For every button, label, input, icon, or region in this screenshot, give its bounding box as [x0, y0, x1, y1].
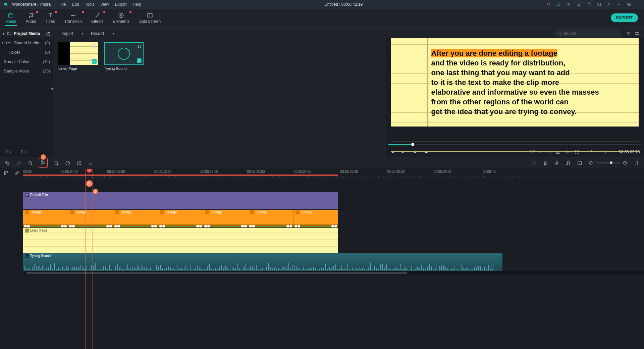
volume-icon[interactable]	[565, 150, 570, 154]
zoom-control[interactable]	[588, 160, 628, 166]
adjust-icon[interactable]	[88, 160, 93, 166]
folder-icon	[6, 41, 11, 45]
color-icon[interactable]	[76, 160, 82, 166]
ruler-tick: 00:00:36:00	[434, 170, 451, 173]
grid-view-icon[interactable]	[635, 32, 639, 35]
menu-file[interactable]: File	[59, 2, 66, 7]
import-dropdown[interactable]: Import▾	[58, 30, 87, 37]
export-button[interactable]: EXPORT	[611, 13, 638, 22]
zoom-slider[interactable]	[596, 162, 620, 163]
next-frame-button[interactable]	[401, 150, 406, 154]
search-box[interactable]	[554, 30, 621, 37]
render-icon[interactable]	[531, 160, 537, 166]
svg-rect-37	[6, 171, 8, 173]
open-folder-icon[interactable]	[21, 149, 26, 154]
minimize-button[interactable]	[616, 2, 621, 7]
fullscreen-icon[interactable]	[575, 150, 579, 154]
track-a1[interactable]: A1 ♪ Typing Sound	[23, 253, 644, 271]
collapse-sidebar-icon[interactable]: ◀	[51, 87, 53, 90]
redo-icon[interactable]	[16, 160, 21, 166]
clip-typing-sound[interactable]: ♪ Typing Sound	[23, 253, 502, 271]
search-input[interactable]	[564, 31, 618, 36]
clip-orange[interactable]: Orange	[23, 210, 68, 228]
project-media-header[interactable]: ▶ Project Media (2)	[0, 31, 53, 36]
preview-ratio[interactable]: 1/2	[530, 150, 535, 154]
message-icon[interactable]	[596, 2, 601, 7]
sidebar-item-shared-media[interactable]: ▾ Shared Media (0)	[0, 38, 53, 48]
tab-effects[interactable]: Effects	[91, 11, 104, 26]
prev-frame-button[interactable]	[390, 150, 394, 154]
media-item-name: Typing Sound	[104, 66, 144, 70]
tab-elements[interactable]: Elements	[112, 11, 130, 26]
link-icon[interactable]	[14, 171, 19, 176]
preview-scrubber[interactable]	[388, 142, 641, 147]
delete-icon[interactable]	[28, 160, 33, 166]
timeline-ruler[interactable]: 00:00:00:0000:00:04:0000:00:08:0000:00:1…	[23, 168, 644, 178]
tab-media[interactable]: Media	[5, 11, 17, 26]
speed-icon[interactable]	[65, 160, 70, 166]
zoom-in-icon[interactable]	[623, 160, 628, 166]
clip-orange[interactable]: Orange	[68, 210, 113, 228]
account-icon[interactable]	[576, 2, 581, 7]
maximize-button[interactable]	[627, 2, 631, 7]
record-dropdown[interactable]: Record▾	[88, 30, 118, 37]
menu-edit[interactable]: Edit	[72, 2, 79, 7]
sidebar-item-sample-colors[interactable]: Sample Colors (15)	[0, 57, 53, 66]
split-button[interactable]: 2	[39, 158, 48, 168]
quality-icon[interactable]	[546, 150, 551, 154]
audio-mixer-icon[interactable]	[566, 160, 571, 166]
app-name: Wondershare Filmora	[12, 2, 51, 7]
support-icon[interactable]	[556, 2, 561, 7]
track-t2[interactable]: T2 OrangeOrangeOrangeOrangeOrangeOrangeO…	[23, 209, 644, 228]
media-item-typing-sound[interactable]: ✓ Typing Sound	[104, 42, 144, 153]
svg-rect-5	[588, 3, 590, 4]
track-title[interactable]: T3 T Default Title	[23, 192, 644, 209]
add-folder-icon[interactable]	[6, 149, 11, 154]
crop-icon[interactable]	[54, 160, 59, 166]
tab-titles[interactable]: Titles	[45, 11, 55, 26]
track-t1[interactable]: T1 Lined Page	[23, 228, 644, 253]
close-button[interactable]	[637, 2, 641, 7]
menu-export[interactable]: Export	[115, 2, 127, 7]
snapshot-icon[interactable]	[556, 150, 560, 154]
clip-label: Orange	[31, 210, 42, 214]
clip-default-title[interactable]: T Default Title	[23, 192, 338, 209]
mark-icon[interactable]	[543, 160, 548, 166]
zoom-fit-icon[interactable]	[634, 160, 639, 166]
menu-view[interactable]: View	[100, 2, 109, 7]
svg-rect-38	[4, 173, 6, 175]
sidebar-item-label: Sample Colors	[4, 59, 43, 64]
sidebar-item-sample-video[interactable]: Sample Video (20)	[0, 66, 53, 76]
media-item-lined-page[interactable]: ✓ Lined Page	[58, 42, 98, 153]
save-icon[interactable]	[586, 2, 591, 7]
project-media-label: Project Media	[14, 31, 45, 36]
preview-line: get the idea that you are trying to conv…	[431, 107, 577, 116]
clip-orange[interactable]: Orange	[293, 210, 338, 228]
play-button[interactable]	[413, 150, 417, 154]
menu-help[interactable]: Help	[133, 2, 141, 7]
clip-orange[interactable]: Orange	[113, 210, 158, 228]
undo-icon[interactable]	[5, 160, 10, 166]
stop-button[interactable]	[424, 150, 429, 154]
tab-audio[interactable]: Audio	[25, 11, 37, 26]
clip-orange[interactable]: Orange	[203, 210, 248, 228]
zoom-out-icon[interactable]	[588, 160, 594, 166]
clip-orange[interactable]: Orange	[248, 210, 293, 228]
gift-icon[interactable]	[566, 2, 571, 7]
tips-icon[interactable]	[546, 2, 551, 7]
voiceover-icon[interactable]	[554, 160, 559, 166]
download-icon[interactable]	[606, 2, 611, 7]
tab-transition[interactable]: Transition	[64, 11, 83, 26]
track-manage-icon[interactable]	[4, 171, 8, 176]
menu-tools[interactable]: Tools	[85, 2, 94, 7]
clip-lined-page[interactable]: Lined Page	[23, 228, 338, 253]
clip-orange[interactable]: Orange	[158, 210, 203, 228]
filter-icon[interactable]	[626, 31, 631, 36]
timeline-scrollbar[interactable]	[23, 271, 644, 275]
badge-dot-icon	[129, 11, 131, 13]
svg-point-25	[41, 163, 43, 164]
mark-in-out-icon[interactable]	[577, 160, 582, 166]
image-clip-icon	[250, 210, 254, 214]
tab-split-screen[interactable]: Split Screen	[138, 11, 161, 26]
sidebar-item-folder[interactable]: Folder (0)	[0, 48, 53, 57]
